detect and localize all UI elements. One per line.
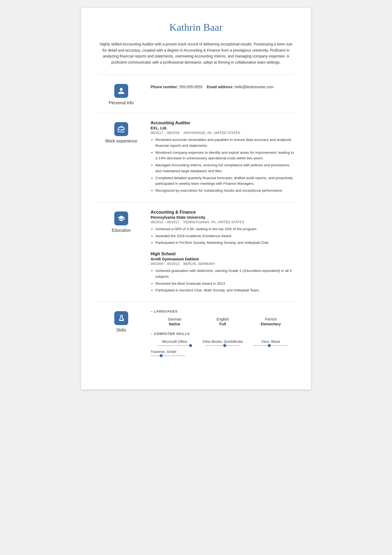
person-icon: [117, 87, 125, 95]
education-section: Education Accounting & Finance Pennsylva…: [97, 202, 295, 302]
edu-bullet: Participated in Aerobics Club, Math Soci…: [155, 287, 295, 293]
work-experience-title: Work experience: [105, 139, 137, 144]
languages-subsection: – LANGUAGES German Native English Full F…: [151, 310, 295, 326]
candidate-name: Kathrin Baar: [97, 21, 295, 33]
edu-degree-1: High School: [151, 252, 295, 256]
job-bullets-0: Reviewed accounts receivables and payabl…: [151, 137, 295, 194]
computer-skills-grid: Microsoft Office Zoho Books, QuickBooks …: [151, 340, 295, 360]
phone-label: Phone number:: [151, 85, 178, 89]
edu-block-1: High School Arndt Gymnasium Dahlem 09/20…: [151, 252, 295, 293]
edu-bullet: Achieved a GPA of 3.94, ranking in the t…: [155, 226, 295, 232]
skills-title: Skills: [116, 328, 126, 333]
language-french: French Elementary: [247, 317, 295, 326]
skill-bar-traverse: [151, 355, 185, 356]
language-level-english: Full: [219, 322, 226, 326]
language-name-english: English: [217, 317, 229, 321]
skill-name-xero: Xero, Wave: [261, 340, 280, 344]
skill-traverse: Traverse, Grisbi: [151, 350, 295, 356]
edu-meta-1: 09/2009 – 05/2013 BERLIN, GERMANY: [151, 262, 295, 266]
edu-bullet: Participated in FinTech Society, Marketi…: [155, 240, 295, 246]
language-name-german: German: [168, 317, 182, 321]
language-name-french: French: [265, 317, 277, 321]
language-english: English Full: [199, 317, 247, 326]
work-experience-left: Work experience: [97, 121, 145, 195]
job-company-0: EXL, Ltd.: [151, 126, 295, 130]
edu-bullet: Achieved graduation with distinction, ea…: [155, 268, 295, 280]
skill-name-traverse: Traverse, Grisbi: [151, 350, 176, 354]
resume-container: Kathrin Baar Highly skilled Accounting A…: [81, 8, 311, 389]
job-bullet: Completed detailed quarterly financial f…: [155, 175, 295, 187]
education-title: Education: [112, 228, 131, 233]
skill-dot-ms-office: [189, 344, 192, 347]
edu-bullets-0: Achieved a GPA of 3.94, ranking in the t…: [151, 226, 295, 246]
personal-info-line: Phone number: 555-555-5555 Email address…: [151, 84, 295, 90]
language-level-french: Elementary: [261, 322, 281, 326]
email-value: hello@kickresume.com: [235, 85, 274, 89]
personal-info-section: Personal info Phone number: 555-555-5555…: [97, 75, 295, 113]
skills-content: – LANGUAGES German Native English Full F…: [145, 310, 295, 366]
email-label: Email address:: [207, 85, 234, 89]
briefcase-icon: [117, 125, 125, 133]
graduation-icon: [117, 215, 125, 222]
skill-bar-xero: [253, 345, 288, 346]
flask-icon: [117, 314, 125, 322]
skill-bar-zoho: [205, 345, 240, 346]
phone-value: 555-555-5555: [179, 85, 203, 89]
personal-info-icon: [114, 84, 128, 98]
edu-bullet: Received the Best Graduate Award in 2013: [155, 281, 295, 287]
skill-xero: Xero, Wave: [247, 340, 295, 346]
skills-section: Skills – LANGUAGES German Native English…: [97, 302, 295, 373]
edu-institution-1: Arndt Gymnasium Dahlem: [151, 257, 295, 261]
language-level-german: Native: [169, 322, 180, 326]
edu-degree-0: Accounting & Finance: [151, 210, 295, 215]
edu-meta-0: 09/2013 – 05/2017 PENNSYLVANIA, PA, UNIT…: [151, 220, 295, 224]
edu-institution-0: Pennsylvania State University: [151, 215, 295, 219]
skills-left: Skills: [97, 310, 145, 366]
edu-block-0: Accounting & Finance Pennsylvania State …: [151, 210, 295, 246]
job-bullet: Recognized by executives for outstanding…: [155, 188, 295, 194]
skill-name-zoho: Zoho Books, QuickBooks: [202, 340, 243, 344]
skill-dot-xero: [268, 344, 271, 347]
personal-info-title: Personal info: [109, 101, 134, 105]
computer-skills-subsection: – COMPUTER SKILLS Microsoft Office Zoho …: [151, 332, 295, 360]
work-experience-content: Accounting Auditor EXL, Ltd. 08/2017 – 0…: [145, 121, 295, 195]
skill-name-ms-office: Microsoft Office: [162, 340, 187, 344]
edu-bullet: Awarded the 2016 Academic Excellence Awa…: [155, 233, 295, 239]
skill-bar-ms-office: [157, 345, 192, 346]
summary-text: Highly skilled Accounting Auditor with a…: [97, 41, 295, 65]
work-experience-icon: [114, 122, 128, 136]
skill-dot-traverse: [160, 354, 163, 357]
job-title-0: Accounting Auditor: [151, 121, 295, 125]
job-bullet: Managed Accounting Interns, ensuring ful…: [155, 162, 295, 174]
education-icon: [114, 211, 128, 225]
computer-label: – COMPUTER SKILLS: [151, 332, 295, 336]
skill-dot-zoho: [223, 344, 226, 347]
skill-zoho: Zoho Books, QuickBooks: [199, 340, 247, 346]
education-left: Education: [97, 210, 145, 294]
personal-info-content: Phone number: 555-555-5555 Email address…: [145, 82, 295, 105]
skill-ms-office: Microsoft Office: [151, 340, 199, 346]
edu-bullets-1: Achieved graduation with distinction, ea…: [151, 268, 295, 293]
languages-label: – LANGUAGES: [151, 310, 295, 313]
job-bullet: Reviewed accounts receivables and payabl…: [155, 137, 295, 149]
education-content: Accounting & Finance Pennsylvania State …: [145, 210, 295, 294]
job-bullet: Monitored company expenses to identify a…: [155, 150, 295, 161]
skills-icon: [114, 311, 128, 325]
languages-grid: German Native English Full French Elemen…: [151, 317, 295, 326]
work-experience-section: Work experience Accounting Auditor EXL, …: [97, 113, 295, 202]
job-meta-0: 08/2017 – 08/2019 ANCHORAGE, AK, UNITED …: [151, 131, 295, 135]
personal-info-left: Personal info: [97, 82, 145, 105]
language-german: German Native: [151, 317, 199, 326]
